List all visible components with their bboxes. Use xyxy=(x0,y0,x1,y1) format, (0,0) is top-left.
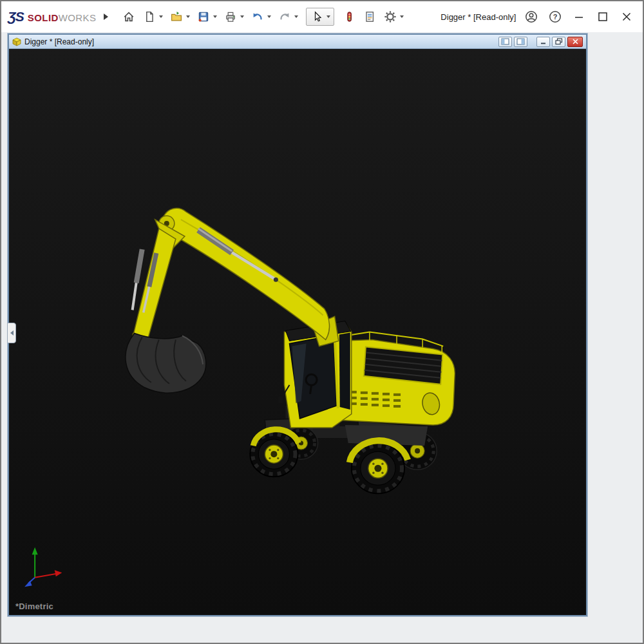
quick-access-toolbar xyxy=(118,8,407,26)
pane-toggle-left-icon xyxy=(501,38,509,45)
account-button[interactable] xyxy=(524,10,538,24)
save-dropdown-caret[interactable] xyxy=(213,15,217,18)
solidworks-app-window: ƷS SOLIDWORKS xyxy=(0,0,644,644)
options-gear-icon xyxy=(384,10,397,23)
open-icon xyxy=(170,10,183,23)
document-restore-button[interactable] xyxy=(552,37,565,47)
brand-solid: SOLID xyxy=(28,12,59,23)
new-document-icon xyxy=(143,10,156,23)
view-orientation-label: *Dimetric xyxy=(15,601,53,611)
steering-column xyxy=(310,385,312,394)
document-titlebar[interactable]: Digger * [Read-only] xyxy=(9,35,586,49)
minimize-icon xyxy=(540,38,547,45)
minimize-icon xyxy=(572,10,586,24)
print-dropdown-caret[interactable] xyxy=(240,15,244,18)
chevron-left-icon xyxy=(10,330,14,336)
undo-dropdown-caret[interactable] xyxy=(267,15,271,18)
close-button[interactable] xyxy=(620,10,634,24)
options-dropdown-caret[interactable] xyxy=(400,15,404,18)
excavator-cab xyxy=(278,321,351,428)
stick-cylinder-rod xyxy=(133,283,137,310)
account-icon xyxy=(524,10,538,24)
solidworks-logo: ƷS SOLIDWORKS xyxy=(8,9,96,24)
maximize-button[interactable] xyxy=(596,10,610,24)
pane-toggle-right-button[interactable] xyxy=(514,37,527,47)
help-icon: ? xyxy=(548,10,562,24)
mirror xyxy=(278,397,283,403)
excavator-body xyxy=(336,332,455,425)
file-properties-button[interactable] xyxy=(363,10,377,24)
print-button[interactable] xyxy=(223,10,238,24)
new-dropdown-caret[interactable] xyxy=(159,15,163,18)
x-axis-arrow xyxy=(55,570,62,576)
restore-icon xyxy=(555,38,563,45)
boom xyxy=(163,208,330,339)
select-tool-button[interactable] xyxy=(310,10,324,24)
file-properties-icon xyxy=(363,10,376,23)
brand-works: WORKS xyxy=(59,12,97,23)
document-window: Digger * [Read-only] xyxy=(8,33,587,616)
home-icon xyxy=(122,10,135,23)
menu-flyout-chevron-icon[interactable] xyxy=(104,14,108,20)
app-titlebar: ƷS SOLIDWORKS xyxy=(1,1,643,32)
side-window xyxy=(339,333,350,410)
save-icon xyxy=(197,10,210,23)
orientation-triad xyxy=(24,547,62,587)
minimize-button[interactable] xyxy=(572,10,586,24)
select-cursor-icon xyxy=(310,10,323,23)
y-axis-arrow xyxy=(32,547,38,555)
active-document-title: Digger * [Read-only] xyxy=(440,12,516,22)
close-icon xyxy=(620,10,634,24)
redo-dropdown-caret[interactable] xyxy=(294,15,298,18)
rebuild-traffic-light-icon xyxy=(343,10,355,23)
select-dropdown-caret[interactable] xyxy=(327,15,330,18)
graphics-viewport[interactable]: *Dimetric xyxy=(9,49,586,615)
select-tool-active-frame xyxy=(306,8,334,26)
part-cube-icon xyxy=(12,37,21,46)
pane-toggle-left-button[interactable] xyxy=(498,37,512,47)
3ds-logo-icon: ƷS xyxy=(8,9,24,24)
redo-button[interactable] xyxy=(278,10,292,24)
options-button[interactable] xyxy=(383,10,397,24)
document-window-title: Digger * [Read-only] xyxy=(24,37,94,46)
3d-scene[interactable] xyxy=(9,49,586,615)
new-document-button[interactable] xyxy=(142,10,156,24)
stick-cylinder-barrel xyxy=(137,249,142,283)
maximize-icon xyxy=(596,10,610,24)
rod-end-pin xyxy=(274,278,278,282)
window-controls: ? xyxy=(524,10,634,24)
open-button[interactable] xyxy=(169,10,184,24)
open-dropdown-caret[interactable] xyxy=(186,15,190,18)
collapsed-panel-tab[interactable] xyxy=(7,323,16,343)
close-icon xyxy=(572,38,579,45)
undo-icon xyxy=(251,10,264,23)
document-window-buttons xyxy=(497,37,583,47)
workspace-area: Digger * [Read-only] xyxy=(1,32,643,643)
save-button[interactable] xyxy=(196,10,211,24)
stick-arm xyxy=(133,229,176,341)
document-close-button[interactable] xyxy=(567,37,583,47)
home-button[interactable] xyxy=(122,10,136,24)
undo-button[interactable] xyxy=(251,10,265,24)
rebuild-button[interactable] xyxy=(342,10,356,24)
pane-toggle-right-icon xyxy=(516,38,525,45)
excavator-bucket xyxy=(126,334,206,393)
redo-icon xyxy=(278,10,291,23)
print-icon xyxy=(224,10,237,23)
help-button[interactable]: ? xyxy=(548,10,562,24)
document-minimize-button[interactable] xyxy=(536,37,550,47)
svg-text:?: ? xyxy=(553,13,558,21)
